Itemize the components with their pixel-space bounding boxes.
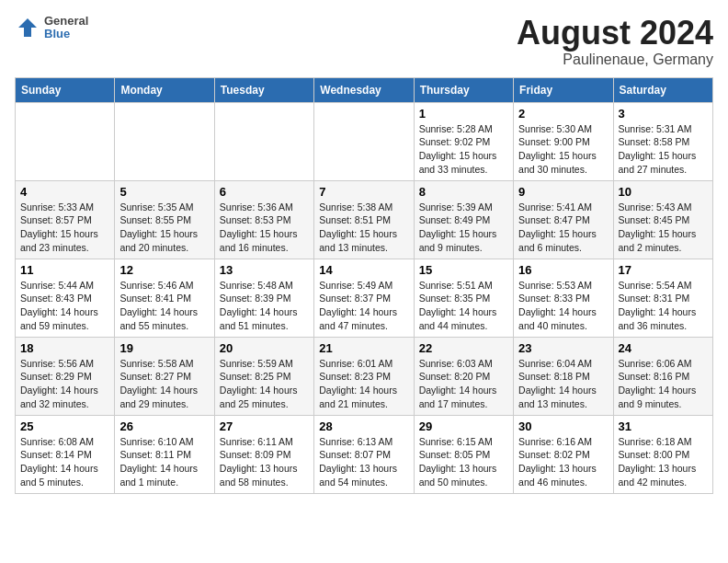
day-info: Sunrise: 5:31 AMSunset: 8:58 PMDaylight:… — [619, 122, 708, 177]
day-number: 26 — [119, 419, 209, 433]
day-number: 17 — [619, 263, 708, 277]
calendar-week-row: 25Sunrise: 6:08 AMSunset: 8:14 PMDayligh… — [16, 415, 713, 493]
logo-line1: General — [44, 15, 88, 28]
calendar-cell: 4Sunrise: 5:33 AMSunset: 8:57 PMDaylight… — [16, 180, 115, 259]
calendar-subtitle: Paulinenaue, Germany — [517, 52, 713, 68]
day-info: Sunrise: 5:54 AMSunset: 8:31 PMDaylight:… — [619, 279, 708, 333]
day-info: Sunrise: 6:03 AMSunset: 8:20 PMDaylight:… — [419, 357, 508, 411]
calendar-cell: 25Sunrise: 6:08 AMSunset: 8:14 PMDayligh… — [16, 415, 115, 493]
calendar-cell — [314, 102, 414, 180]
calendar-cell: 24Sunrise: 6:06 AMSunset: 8:16 PMDayligh… — [613, 337, 712, 415]
calendar-cell — [16, 102, 115, 180]
day-info: Sunrise: 6:10 AMSunset: 8:11 PMDaylight:… — [119, 435, 209, 489]
day-info: Sunrise: 6:08 AMSunset: 8:14 PMDaylight:… — [20, 435, 109, 489]
day-number: 21 — [319, 341, 408, 355]
day-info: Sunrise: 5:44 AMSunset: 8:43 PMDaylight:… — [20, 279, 109, 333]
day-info: Sunrise: 5:36 AMSunset: 8:53 PMDaylight:… — [220, 201, 309, 255]
calendar-cell: 21Sunrise: 6:01 AMSunset: 8:23 PMDayligh… — [314, 337, 414, 415]
day-number: 5 — [119, 185, 209, 199]
day-info: Sunrise: 6:06 AMSunset: 8:16 PMDaylight:… — [619, 357, 708, 411]
calendar-table: SundayMondayTuesdayWednesdayThursdayFrid… — [15, 77, 713, 494]
day-info: Sunrise: 6:15 AMSunset: 8:05 PMDaylight:… — [419, 435, 508, 489]
calendar-cell: 7Sunrise: 5:38 AMSunset: 8:51 PMDaylight… — [314, 180, 414, 259]
day-number: 16 — [518, 263, 608, 277]
day-info: Sunrise: 5:59 AMSunset: 8:25 PMDaylight:… — [220, 357, 309, 411]
day-info: Sunrise: 5:35 AMSunset: 8:55 PMDaylight:… — [119, 201, 209, 255]
day-info: Sunrise: 5:53 AMSunset: 8:33 PMDaylight:… — [518, 279, 608, 333]
day-number: 12 — [119, 263, 209, 277]
day-info: Sunrise: 5:49 AMSunset: 8:37 PMDaylight:… — [319, 279, 408, 333]
calendar-cell: 12Sunrise: 5:46 AMSunset: 8:41 PMDayligh… — [115, 259, 214, 337]
day-info: Sunrise: 5:38 AMSunset: 8:51 PMDaylight:… — [319, 201, 408, 255]
day-number: 3 — [619, 107, 708, 121]
day-info: Sunrise: 5:33 AMSunset: 8:57 PMDaylight:… — [20, 201, 109, 255]
calendar-cell: 5Sunrise: 5:35 AMSunset: 8:55 PMDaylight… — [115, 180, 214, 259]
calendar-cell: 28Sunrise: 6:13 AMSunset: 8:07 PMDayligh… — [314, 415, 414, 493]
calendar-cell: 8Sunrise: 5:39 AMSunset: 8:49 PMDaylight… — [414, 180, 513, 259]
calendar-cell: 2Sunrise: 5:30 AMSunset: 9:00 PMDaylight… — [514, 102, 613, 180]
day-number: 28 — [319, 419, 408, 433]
calendar-cell: 11Sunrise: 5:44 AMSunset: 8:43 PMDayligh… — [16, 259, 115, 337]
title-block: August 2024 Paulinenaue, Germany — [517, 15, 713, 68]
day-number: 2 — [518, 107, 608, 121]
day-info: Sunrise: 6:16 AMSunset: 8:02 PMDaylight:… — [518, 435, 608, 489]
calendar-cell: 19Sunrise: 5:58 AMSunset: 8:27 PMDayligh… — [115, 337, 214, 415]
calendar-cell: 13Sunrise: 5:48 AMSunset: 8:39 PMDayligh… — [214, 259, 313, 337]
day-info: Sunrise: 5:46 AMSunset: 8:41 PMDaylight:… — [119, 279, 209, 333]
calendar-cell: 17Sunrise: 5:54 AMSunset: 8:31 PMDayligh… — [613, 259, 712, 337]
calendar-cell: 26Sunrise: 6:10 AMSunset: 8:11 PMDayligh… — [115, 415, 214, 493]
day-info: Sunrise: 5:39 AMSunset: 8:49 PMDaylight:… — [419, 201, 508, 255]
day-number: 30 — [518, 419, 608, 433]
weekday-header-monday: Monday — [115, 77, 214, 102]
calendar-cell — [115, 102, 214, 180]
day-number: 27 — [220, 419, 309, 433]
calendar-cell: 30Sunrise: 6:16 AMSunset: 8:02 PMDayligh… — [514, 415, 613, 493]
day-info: Sunrise: 5:56 AMSunset: 8:29 PMDaylight:… — [20, 357, 109, 411]
day-number: 19 — [119, 341, 209, 355]
day-number: 24 — [619, 341, 708, 355]
day-number: 1 — [419, 107, 508, 121]
day-number: 8 — [419, 185, 508, 199]
calendar-cell: 18Sunrise: 5:56 AMSunset: 8:29 PMDayligh… — [16, 337, 115, 415]
calendar-week-row: 4Sunrise: 5:33 AMSunset: 8:57 PMDaylight… — [16, 180, 713, 259]
day-info: Sunrise: 5:43 AMSunset: 8:45 PMDaylight:… — [619, 201, 708, 255]
calendar-cell: 16Sunrise: 5:53 AMSunset: 8:33 PMDayligh… — [514, 259, 613, 337]
day-number: 7 — [319, 185, 408, 199]
weekday-header-thursday: Thursday — [414, 77, 513, 102]
day-info: Sunrise: 5:28 AMSunset: 9:02 PMDaylight:… — [419, 122, 508, 177]
calendar-cell: 29Sunrise: 6:15 AMSunset: 8:05 PMDayligh… — [414, 415, 513, 493]
calendar-cell: 27Sunrise: 6:11 AMSunset: 8:09 PMDayligh… — [214, 415, 313, 493]
calendar-cell: 1Sunrise: 5:28 AMSunset: 9:02 PMDaylight… — [414, 102, 513, 180]
day-number: 31 — [619, 419, 708, 433]
day-number: 11 — [20, 263, 109, 277]
day-info: Sunrise: 6:13 AMSunset: 8:07 PMDaylight:… — [319, 435, 408, 489]
weekday-header-sunday: Sunday — [16, 77, 115, 102]
calendar-cell: 3Sunrise: 5:31 AMSunset: 8:58 PMDaylight… — [613, 102, 712, 180]
logo-text: General Blue — [44, 15, 88, 41]
calendar-week-row: 11Sunrise: 5:44 AMSunset: 8:43 PMDayligh… — [16, 259, 713, 337]
day-number: 9 — [518, 185, 608, 199]
calendar-cell — [214, 102, 313, 180]
weekday-header-friday: Friday — [514, 77, 613, 102]
calendar-cell: 31Sunrise: 6:18 AMSunset: 8:00 PMDayligh… — [613, 415, 712, 493]
day-number: 10 — [619, 185, 708, 199]
calendar-cell: 20Sunrise: 5:59 AMSunset: 8:25 PMDayligh… — [214, 337, 313, 415]
weekday-header-saturday: Saturday — [613, 77, 712, 102]
day-number: 6 — [220, 185, 309, 199]
logo-line2: Blue — [44, 28, 88, 40]
calendar-cell: 9Sunrise: 5:41 AMSunset: 8:47 PMDaylight… — [514, 180, 613, 259]
logo-icon — [15, 15, 40, 40]
day-info: Sunrise: 6:11 AMSunset: 8:09 PMDaylight:… — [220, 435, 309, 489]
weekday-header-tuesday: Tuesday — [214, 77, 313, 102]
day-info: Sunrise: 5:30 AMSunset: 9:00 PMDaylight:… — [518, 122, 608, 177]
day-info: Sunrise: 5:58 AMSunset: 8:27 PMDaylight:… — [119, 357, 209, 411]
day-number: 29 — [419, 419, 508, 433]
day-info: Sunrise: 6:04 AMSunset: 8:18 PMDaylight:… — [518, 357, 608, 411]
day-info: Sunrise: 6:18 AMSunset: 8:00 PMDaylight:… — [619, 435, 708, 489]
weekday-header-row: SundayMondayTuesdayWednesdayThursdayFrid… — [16, 77, 713, 102]
day-number: 15 — [419, 263, 508, 277]
calendar-cell: 14Sunrise: 5:49 AMSunset: 8:37 PMDayligh… — [314, 259, 414, 337]
day-number: 18 — [20, 341, 109, 355]
calendar-title: August 2024 — [517, 15, 713, 52]
logo: General Blue — [15, 15, 88, 41]
